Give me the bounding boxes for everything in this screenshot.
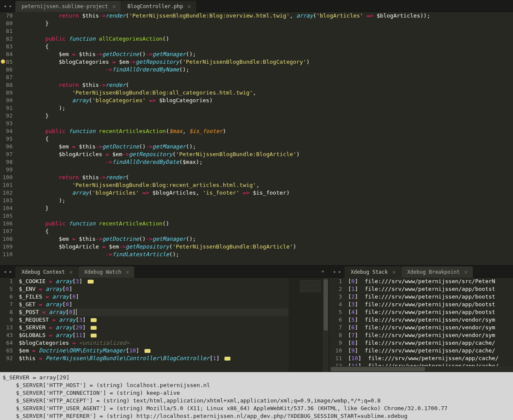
stack-frame[interactable]: [1] file:///srv/www/peternijssen/app/boo… <box>348 285 513 293</box>
code-line[interactable]: } <box>18 204 513 212</box>
code-line[interactable] <box>18 212 513 220</box>
right-panel-tabbar: ◂ ▸ Xdebug Stack×Xdebug Breakpoint× <box>329 266 513 278</box>
file-tab[interactable]: peternijssen.sublime-project× <box>15 1 121 12</box>
context-line[interactable]: $_GET = array[0] <box>19 301 289 308</box>
xdebug-stack-panel: ◂ ▸ Xdebug Stack×Xdebug Breakpoint× 1234… <box>329 266 513 372</box>
stack-frame[interactable]: [8] file:///srv/www/peternijssen/app/cac… <box>348 339 513 347</box>
tab-label: BlogController.php <box>127 3 183 9</box>
nav-forward-icon[interactable]: ▸ <box>9 269 12 275</box>
main-editor[interactable]: 7980818283848586878889909192939495969798… <box>0 12 513 265</box>
stack-frame[interactable]: [3] file:///srv/www/peternijssen/app/boo… <box>348 301 513 308</box>
stack-frame[interactable]: [11] file:///srv/www/peternijssen/app/ca… <box>348 362 513 366</box>
code-line[interactable]: public function recentArticleAction() <box>18 220 513 228</box>
xdebug-tab[interactable]: Xdebug Context× <box>15 266 78 278</box>
stack-frame[interactable]: [0] file:///srv/www/peternijssen/src/Pet… <box>348 278 513 285</box>
code-line[interactable]: array('blogArticles' => $blogArticles, '… <box>18 189 513 197</box>
context-line[interactable]: $_REQUEST = array[3] <box>19 316 289 324</box>
nav-arrows-left: ◂ ▸ <box>0 269 15 275</box>
context-line[interactable]: $_FILES = array[0] <box>19 293 289 301</box>
bottom-panels: ◂ ▸ Xdebug Context×Xdebug Watch× ▾ 15678… <box>0 265 513 372</box>
stack-gutter: 123456789101112 <box>329 278 346 366</box>
code-line[interactable]: ); <box>18 197 513 204</box>
close-icon[interactable]: × <box>464 269 467 275</box>
context-line[interactable]: $em = Doctrine\ORM\EntityManager[10] <box>19 347 289 355</box>
code-line[interactable]: return $this->render( <box>18 174 513 181</box>
code-line[interactable]: ->findAllOrderedByDate($max); <box>18 158 513 166</box>
context-line[interactable]: $GLOBALS = array[11] <box>19 331 289 339</box>
code-line[interactable]: $blogArticles = $em->getRepository('Pete… <box>18 151 513 158</box>
minimap[interactable] <box>289 278 323 372</box>
nav-arrows-right: ◂ ▸ <box>329 269 345 275</box>
code-line[interactable]: return $this->render('PeterNijssenBlogBu… <box>18 12 513 20</box>
code-line[interactable]: { <box>18 228 513 235</box>
code-line[interactable]: $em = $this->getDoctrine()->getManager()… <box>18 50 513 58</box>
tabbar-dropdown-icon[interactable]: ▾ <box>317 268 329 275</box>
stack-scrollbar-horizontal[interactable] <box>329 366 513 372</box>
nav-back-icon[interactable]: ◂ <box>3 269 6 275</box>
stack-frame[interactable]: [10] file:///srv/www/peternijssen/app/ca… <box>348 355 513 362</box>
xdebug-tab[interactable]: Xdebug Watch× <box>78 266 135 278</box>
stack-frame[interactable]: [6] file:///srv/www/peternijssen/vendor/… <box>348 324 513 331</box>
xdebug-tab[interactable]: Xdebug Breakpoint× <box>401 266 473 278</box>
stack-frame[interactable]: [4] file:///srv/www/peternijssen/app/boo… <box>348 308 513 316</box>
nav-forward-icon[interactable]: ▸ <box>338 269 341 275</box>
code-line[interactable]: } <box>18 112 513 120</box>
code-line[interactable]: ->findLatestArticle(); <box>18 251 513 258</box>
code-line[interactable]: ); <box>18 104 513 112</box>
code-line[interactable]: array('blogCategories' => $blogCategorie… <box>18 97 513 104</box>
xdebug-context-panel: ◂ ▸ Xdebug Context×Xdebug Watch× ▾ 15678… <box>0 266 329 372</box>
code-line[interactable]: 'PeterNijssenBlogBundle:Blog:recent_arti… <box>18 181 513 189</box>
code-line[interactable]: $em = $this->getDoctrine()->getManager()… <box>18 143 513 151</box>
context-line[interactable]: $_ENV = array[0] <box>19 285 289 293</box>
code-line[interactable] <box>18 166 513 174</box>
close-icon[interactable]: × <box>69 269 73 275</box>
stack-frame[interactable]: [5] file:///srv/www/peternijssen/vendor/… <box>348 316 513 324</box>
main-tabbar: ◂ ▸ peternijssen.sublime-project×BlogCon… <box>0 0 513 12</box>
stack-frame[interactable]: [7] file:///srv/www/peternijssen/vendor/… <box>348 331 513 339</box>
xdebug-tab[interactable]: Xdebug Stack× <box>345 266 401 278</box>
code-line[interactable]: ->findAllOrderedByName(); <box>18 66 513 74</box>
code-line[interactable]: return $this->render( <box>18 81 513 89</box>
stack-code[interactable]: [0] file:///srv/www/peternijssen/src/Pet… <box>346 278 513 366</box>
code-line[interactable]: { <box>18 43 513 50</box>
context-line[interactable]: $blogCategories = <uninitialized> <box>19 339 289 347</box>
close-icon[interactable]: × <box>126 269 129 275</box>
code-line[interactable]: 'PeterNijssenBlogBundle:Blog:all_categor… <box>18 89 513 97</box>
context-scrollbar-vertical[interactable] <box>323 278 329 372</box>
code-line[interactable]: $blogCategories = $em->getRepository('Pe… <box>18 58 513 66</box>
tab-label: Xdebug Stack <box>351 269 388 275</box>
code-line[interactable] <box>18 120 513 127</box>
nav-back-icon[interactable]: ◂ <box>333 269 336 275</box>
code-line[interactable] <box>18 27 513 35</box>
nav-back-icon[interactable]: ◂ <box>3 3 6 9</box>
context-line[interactable]: $_POST = array[0] <box>19 308 289 316</box>
context-code[interactable]: $_COOKIE = array[3] $_ENV = array[0]$_FI… <box>17 278 289 372</box>
console-output[interactable]: $_SERVER = array[29] $_SERVER['HTTP_HOST… <box>0 372 513 420</box>
stack-frame[interactable]: [2] file:///srv/www/peternijssen/app/boo… <box>348 293 513 301</box>
file-tab[interactable]: BlogController.php× <box>121 1 196 12</box>
main-code[interactable]: return $this->render('PeterNijssenBlogBu… <box>17 12 513 265</box>
close-icon[interactable]: × <box>187 3 191 10</box>
close-icon[interactable]: × <box>112 3 116 10</box>
code-line[interactable]: $blogArticle = $em->getRepository('Peter… <box>18 243 513 251</box>
code-line[interactable]: } <box>18 20 513 27</box>
code-line[interactable] <box>18 74 513 81</box>
tab-label: Xdebug Context <box>21 269 65 275</box>
code-line[interactable]: public function recentArticlesAction($ma… <box>18 127 513 135</box>
nav-forward-icon[interactable]: ▸ <box>9 3 12 9</box>
code-line[interactable]: $em = $this->getDoctrine()->getManager()… <box>18 235 513 243</box>
tab-label: peternijssen.sublime-project <box>21 3 108 9</box>
left-panel-tabbar: ◂ ▸ Xdebug Context×Xdebug Watch× ▾ <box>0 266 329 278</box>
tab-label: Xdebug Breakpoint <box>407 269 460 275</box>
nav-arrows: ◂ ▸ <box>0 3 15 9</box>
context-line[interactable]: $this = PeterNijssen\BlogBundle\Controll… <box>19 355 289 362</box>
close-icon[interactable]: × <box>392 269 395 275</box>
tab-label: Xdebug Watch <box>84 269 121 275</box>
code-line[interactable]: { <box>18 135 513 143</box>
code-line[interactable]: public function allCategoriesAction() <box>18 35 513 43</box>
context-line[interactable]: $_SERVER = array[29] <box>19 324 289 331</box>
breakpoint-marker-icon[interactable] <box>1 59 5 64</box>
context-gutter: 1567891343646592 <box>0 278 17 372</box>
stack-frame[interactable]: [9] file:///srv/www/peternijssen/app/cac… <box>348 347 513 355</box>
context-line[interactable]: $_COOKIE = array[3] <box>19 278 289 285</box>
